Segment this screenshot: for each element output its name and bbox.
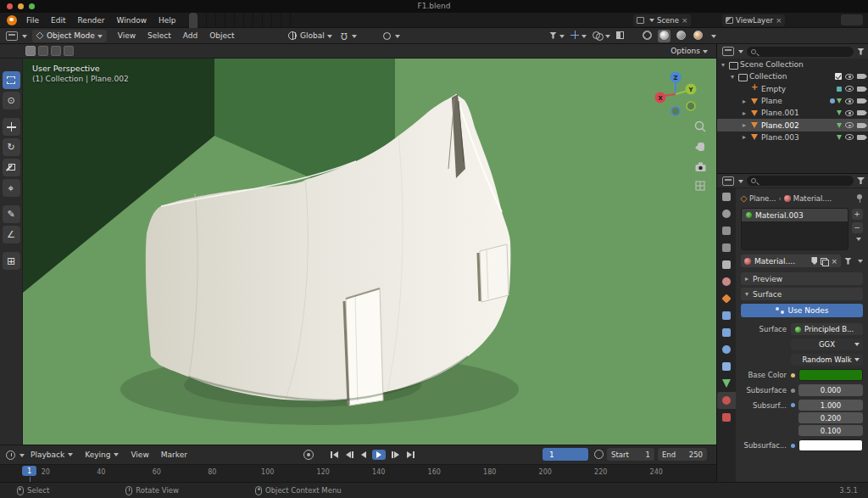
properties-tab[interactable] bbox=[717, 222, 736, 239]
unlink-material-button[interactable]: × bbox=[831, 257, 837, 266]
timeline-menu-item[interactable]: Keying bbox=[79, 450, 125, 459]
menu-item[interactable]: Help bbox=[153, 16, 182, 25]
material-slot-row[interactable]: Material.003 bbox=[742, 209, 848, 221]
distribution-select[interactable]: GGX bbox=[791, 339, 863, 350]
workspace-tab[interactable] bbox=[272, 13, 281, 28]
workspace-tab[interactable] bbox=[216, 13, 225, 28]
radius-value-field[interactable]: 0.200 bbox=[798, 412, 863, 423]
tool-button[interactable] bbox=[3, 71, 20, 89]
remove-viewlayer-button[interactable]: × bbox=[776, 16, 782, 25]
viewport-menu-item[interactable]: Object bbox=[203, 31, 240, 40]
shading-solid-button[interactable] bbox=[658, 30, 670, 42]
overlays-toggle[interactable] bbox=[593, 31, 610, 41]
remove-slot-button[interactable]: − bbox=[852, 222, 863, 233]
properties-tab[interactable] bbox=[717, 307, 736, 324]
properties-tab[interactable] bbox=[717, 239, 736, 256]
current-frame-field[interactable]: 1 bbox=[542, 448, 588, 461]
breadcrumb-material[interactable]: Material.... bbox=[793, 194, 832, 203]
workspace-tab[interactable] bbox=[253, 13, 263, 28]
viewport-menu-item[interactable]: View bbox=[112, 31, 142, 40]
tool-button[interactable] bbox=[3, 179, 20, 197]
render-enable-checkbox[interactable] bbox=[835, 73, 842, 80]
editor-type-button[interactable] bbox=[6, 31, 18, 41]
subsurface-method-select[interactable]: Random Walk bbox=[791, 354, 863, 366]
timeline-menu-item[interactable]: View bbox=[125, 450, 154, 459]
properties-tab[interactable] bbox=[717, 392, 736, 409]
play-reverse-button[interactable] bbox=[359, 450, 368, 460]
properties-tab[interactable] bbox=[717, 290, 736, 307]
expand-arrow[interactable]: ▸ bbox=[743, 109, 750, 117]
playback-sync-icon[interactable] bbox=[594, 450, 604, 459]
expand-arrow[interactable]: ▸ bbox=[743, 121, 750, 129]
shading-material-button[interactable] bbox=[675, 30, 687, 42]
select-mode-intersect-button[interactable] bbox=[64, 46, 74, 56]
preview-panel-header[interactable]: ▸ Preview bbox=[741, 272, 863, 285]
slot-specials-button[interactable] bbox=[856, 238, 861, 243]
expand-arrow[interactable]: ▾ bbox=[721, 61, 729, 69]
material-slot-list[interactable]: Material.003 bbox=[741, 208, 849, 250]
workspace-tab[interactable] bbox=[281, 13, 291, 28]
expand-arrow[interactable]: ▸ bbox=[743, 133, 750, 141]
properties-tab[interactable] bbox=[717, 324, 736, 341]
workspace-tab[interactable] bbox=[263, 13, 272, 28]
select-mode-subtract-button[interactable] bbox=[51, 46, 61, 56]
duplicate-material-button[interactable] bbox=[821, 258, 827, 265]
zoom-view-button[interactable] bbox=[693, 119, 708, 134]
properties-filter-button[interactable] bbox=[857, 177, 865, 184]
outliner-editor-type-button[interactable] bbox=[722, 47, 734, 56]
hide-eye-icon[interactable] bbox=[845, 74, 854, 80]
menu-item[interactable]: File bbox=[20, 16, 45, 25]
tool-button[interactable] bbox=[3, 226, 20, 243]
properties-tab[interactable] bbox=[717, 205, 736, 222]
timeline-ruler[interactable]: 20406080100120140160180200220240 1 bbox=[0, 464, 716, 482]
workspace-tab[interactable] bbox=[198, 13, 207, 28]
workspace-tab[interactable] bbox=[207, 13, 216, 28]
end-frame-field[interactable]: End 250 bbox=[658, 448, 707, 461]
select-mode-set-button[interactable] bbox=[25, 46, 36, 56]
previous-keyframe-button[interactable] bbox=[344, 450, 355, 460]
camera-visibility-icon[interactable] bbox=[857, 74, 865, 79]
play-button[interactable] bbox=[372, 450, 386, 460]
extensions-button[interactable] bbox=[841, 14, 863, 25]
tool-button[interactable] bbox=[3, 159, 20, 176]
tool-button[interactable] bbox=[3, 92, 20, 109]
view-object-types-button[interactable] bbox=[549, 31, 565, 41]
start-frame-field[interactable]: Start 1 bbox=[607, 448, 654, 461]
xray-toggle[interactable] bbox=[616, 31, 624, 41]
camera-visibility-icon[interactable] bbox=[857, 87, 865, 92]
viewport-menu-item[interactable]: Add bbox=[177, 31, 203, 40]
expand-arrow[interactable]: ▾ bbox=[731, 73, 738, 81]
hide-eye-icon[interactable] bbox=[845, 122, 854, 128]
menu-item[interactable]: Edit bbox=[45, 16, 71, 25]
navigation-gizmo[interactable]: Z Y X bbox=[653, 71, 698, 117]
base-color-swatch[interactable] bbox=[798, 369, 863, 381]
outliner-row[interactable]: ▸ Plane bbox=[717, 95, 868, 107]
camera-visibility-icon[interactable] bbox=[857, 98, 865, 104]
outliner-row[interactable]: ▾ Scene Collection bbox=[717, 59, 868, 70]
mode-select[interactable]: Object Mode bbox=[32, 30, 107, 42]
workspace-tab[interactable] bbox=[189, 13, 198, 28]
auto-keying-toggle[interactable] bbox=[303, 450, 314, 460]
camera-visibility-icon[interactable] bbox=[857, 135, 865, 140]
tool-button[interactable] bbox=[3, 205, 20, 223]
timeline-menu-item[interactable]: Marker bbox=[155, 450, 193, 459]
properties-tab[interactable] bbox=[717, 358, 736, 375]
jump-to-end-button[interactable] bbox=[405, 450, 416, 460]
subsurface-value-slider[interactable]: 0.000 bbox=[798, 384, 863, 396]
outliner-search-input[interactable] bbox=[747, 47, 854, 57]
properties-editor-type-button[interactable] bbox=[722, 176, 734, 186]
next-keyframe-button[interactable] bbox=[390, 450, 401, 460]
transform-orientation-select[interactable]: Global bbox=[288, 31, 332, 40]
tool-button[interactable] bbox=[3, 118, 20, 136]
select-mode-extend-button[interactable] bbox=[38, 46, 48, 56]
radius-value-field[interactable]: 1.000 bbox=[798, 400, 863, 411]
pan-view-button[interactable] bbox=[693, 138, 708, 154]
menu-item[interactable]: Render bbox=[72, 16, 111, 25]
hide-eye-icon[interactable] bbox=[845, 110, 854, 116]
unlink-scene-button[interactable]: × bbox=[682, 16, 688, 25]
hide-eye-icon[interactable] bbox=[845, 86, 854, 92]
viewport-menu-item[interactable]: Select bbox=[142, 31, 177, 40]
workspace-tab[interactable] bbox=[225, 13, 235, 28]
snapping-controls[interactable]: Ω bbox=[341, 31, 357, 41]
pin-icon[interactable] bbox=[856, 194, 863, 203]
